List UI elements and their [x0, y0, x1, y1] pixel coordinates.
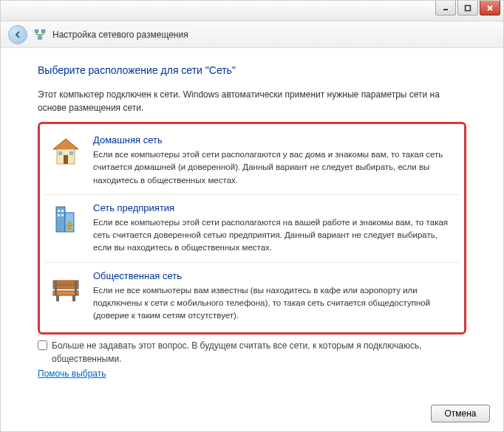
option-public-network[interactable]: Общественная сеть Если не все компьютеры… [44, 263, 460, 330]
svg-rect-26 [72, 295, 75, 301]
maximize-icon [464, 4, 471, 12]
svg-rect-5 [41, 30, 45, 32]
svg-rect-22 [53, 281, 78, 284]
maximize-button[interactable] [457, 1, 478, 16]
titlebar [1, 1, 503, 21]
dont-ask-label: Больше не задавать этот вопрос. В будуще… [52, 339, 466, 366]
option-work-network[interactable]: Сеть предприятия Если все компьютеры это… [44, 195, 460, 263]
svg-rect-15 [69, 151, 73, 155]
svg-rect-24 [53, 291, 78, 295]
dont-ask-checkbox[interactable] [38, 340, 47, 350]
svg-rect-18 [58, 210, 60, 212]
svg-rect-4 [35, 30, 38, 32]
cancel-button[interactable]: Отмена [431, 405, 490, 422]
back-arrow-icon [13, 30, 23, 40]
option-work-body: Сеть предприятия Если все компьютеры это… [93, 202, 455, 255]
option-public-title: Общественная сеть [93, 270, 455, 281]
option-home-desc: Если все компьютеры этой сети располагаю… [93, 148, 455, 187]
help-link[interactable]: Помочь выбрать [1, 366, 143, 382]
office-icon [49, 202, 83, 236]
svg-rect-20 [58, 214, 60, 216]
svg-rect-14 [58, 151, 62, 155]
network-icon [33, 28, 47, 41]
option-work-desc: Если все компьютеры этой сети располагаю… [93, 216, 455, 255]
close-icon [486, 4, 494, 12]
option-home-body: Домашняя сеть Если все компьютеры этой с… [93, 134, 455, 187]
svg-rect-13 [64, 155, 68, 164]
option-public-body: Общественная сеть Если не все компьютеры… [93, 270, 455, 323]
option-public-desc: Если не все компьютеры вам известны (вы … [93, 284, 455, 323]
svg-rect-21 [61, 214, 64, 216]
dont-ask-row[interactable]: Больше не задавать этот вопрос. В будуще… [1, 335, 503, 366]
svg-rect-28 [75, 281, 77, 295]
svg-rect-27 [55, 281, 57, 295]
network-options-list: Домашняя сеть Если все компьютеры этой с… [38, 122, 466, 335]
dialog-window: Настройка сетевого размещения Выберите р… [0, 0, 504, 432]
content-area: Выберите расположение для сети "Сеть" Эт… [1, 48, 503, 335]
close-button[interactable] [480, 1, 500, 16]
svg-rect-25 [56, 295, 59, 301]
svg-rect-1 [466, 5, 471, 10]
minimize-icon [442, 4, 449, 12]
header-bar: Настройка сетевого размещения [1, 21, 503, 48]
svg-rect-6 [38, 36, 42, 39]
option-home-network[interactable]: Домашняя сеть Если все компьютеры этой с… [44, 127, 460, 195]
svg-rect-16 [56, 207, 65, 232]
intro-text: Этот компьютер подключен к сети. Windows… [38, 88, 466, 114]
svg-rect-19 [61, 210, 64, 212]
back-button[interactable] [8, 25, 27, 44]
header-title: Настройка сетевого размещения [52, 30, 188, 40]
option-work-title: Сеть предприятия [93, 202, 455, 213]
bench-icon [49, 270, 83, 304]
window-controls [435, 1, 500, 16]
home-icon [49, 134, 83, 168]
minimize-button[interactable] [435, 1, 456, 16]
svg-rect-23 [53, 285, 78, 289]
footer: Отмена [431, 405, 490, 422]
page-title: Выберите расположение для сети "Сеть" [38, 64, 466, 76]
option-home-title: Домашняя сеть [93, 134, 455, 145]
svg-marker-11 [53, 139, 78, 149]
